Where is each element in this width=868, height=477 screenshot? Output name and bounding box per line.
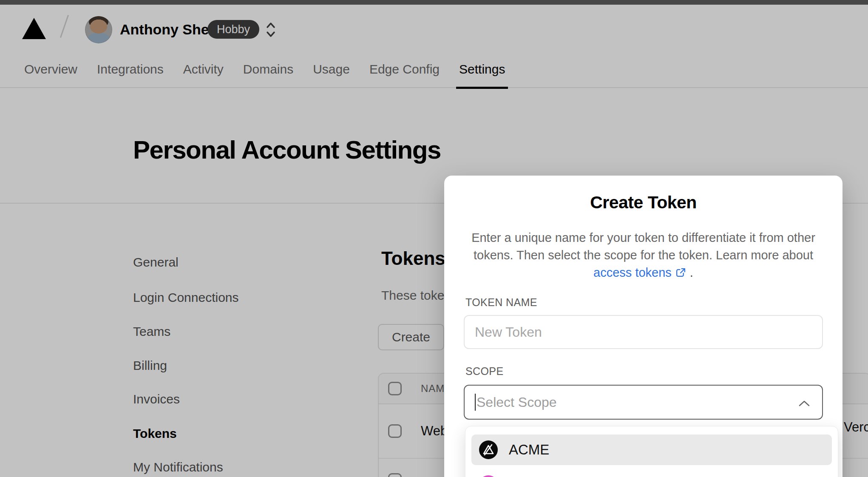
acme-logo-icon xyxy=(479,440,498,459)
personal-avatar xyxy=(479,475,498,477)
modal-title: Create Token xyxy=(444,193,842,213)
screen: Anthony Shew Hobby Overview Integrations… xyxy=(0,0,868,477)
external-link-icon xyxy=(675,267,686,278)
modal-description: Enter a unique name for your token to di… xyxy=(461,229,825,281)
scope-label: SCOPE xyxy=(465,365,504,378)
description-period: . xyxy=(690,264,693,281)
scope-dropdown: ACME shew xyxy=(465,426,838,477)
description-line: tokens. Then select the scope for the to… xyxy=(461,247,825,264)
scope-placeholder: Select Scope xyxy=(477,395,557,410)
text-cursor xyxy=(475,394,476,411)
scope-option-label: ACME xyxy=(509,442,549,458)
scope-option-acme[interactable]: ACME xyxy=(471,434,832,465)
description-line: Enter a unique name for your token to di… xyxy=(461,229,825,247)
scope-select[interactable]: Select Scope xyxy=(464,385,823,420)
token-name-input[interactable] xyxy=(464,315,823,349)
access-tokens-link[interactable]: access tokens xyxy=(593,264,672,281)
description-link-line: access tokens . xyxy=(461,264,825,281)
token-name-label: TOKEN NAME xyxy=(465,296,537,309)
scope-option-personal[interactable]: shew xyxy=(471,469,832,477)
chevron-up-icon xyxy=(798,400,810,407)
